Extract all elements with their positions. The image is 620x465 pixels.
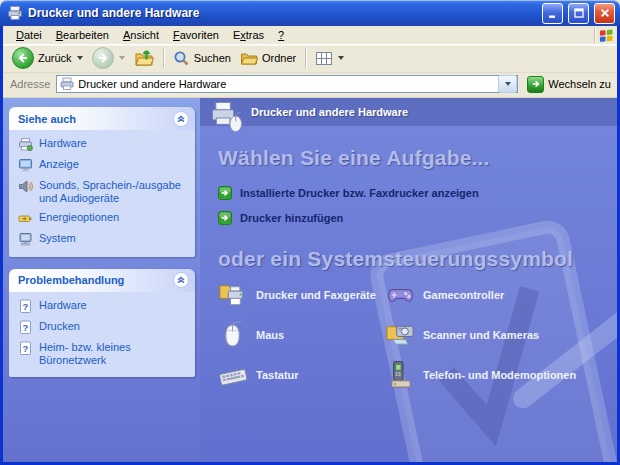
phone-modem-icon — [385, 359, 416, 390]
troubleshoot-item-label: Hardware — [39, 299, 87, 312]
see-also-header[interactable]: Siehe auch — [9, 107, 195, 130]
task-add-printer[interactable]: Drucker hinzufügen — [218, 211, 617, 225]
views-dropdown-caret[interactable] — [338, 56, 344, 60]
main-pane: Drucker und andere Hardware Wähl — [200, 98, 617, 462]
cpl-item-scanner-und-kameras[interactable]: Scanner und Kameras — [385, 319, 617, 350]
game-controller-icon — [385, 279, 416, 310]
back-dropdown-caret[interactable] — [77, 56, 83, 60]
cpl-item-label: Drucker und Faxgeräte — [256, 289, 376, 301]
cpl-item-label: Tastatur — [256, 369, 299, 381]
collapse-chevron-icon[interactable] — [173, 111, 189, 127]
printer-address-icon — [60, 77, 74, 91]
search-button[interactable]: Suchen — [170, 49, 234, 68]
menu-favoriten[interactable]: Favoriten — [166, 28, 226, 42]
speaker-icon — [18, 179, 33, 194]
cpl-item-label: Gamecontroller — [423, 289, 504, 301]
cpl-item-label: Telefon- und Modemoptionen — [423, 369, 576, 381]
mouse-icon — [218, 319, 249, 350]
address-value[interactable]: Drucker und andere Hardware — [78, 78, 494, 90]
folders-icon — [240, 50, 258, 66]
troubleshoot-title: Problembehandlung — [18, 274, 124, 286]
up-button[interactable] — [131, 47, 157, 69]
go-button[interactable]: Wechseln zu — [524, 76, 614, 93]
see-also-panel: Siehe auch Hardware — [9, 107, 195, 257]
sidebar-item-label: Energieoptionen — [39, 211, 119, 224]
address-bar: Adresse Drucker und andere Hardware Wech… — [3, 73, 617, 98]
sidebar-item-anzeige[interactable]: Anzeige — [18, 158, 189, 173]
back-icon — [12, 47, 34, 69]
category-title: Drucker und andere Hardware — [251, 106, 408, 118]
sidebar-item-sounds[interactable]: Sounds, Sprachein-/ausgabe und Audiogerä… — [18, 179, 189, 205]
toolbar-separator — [163, 48, 164, 68]
sidebar-item-energieoptionen[interactable]: Energieoptionen — [18, 211, 189, 226]
address-label: Adresse — [10, 78, 50, 90]
windows-logo-icon — [599, 28, 614, 43]
sidebar-item-label: Sounds, Sprachein-/ausgabe und Audiogerä… — [39, 179, 189, 205]
troubleshoot-item-drucken[interactable]: ? Drucken — [18, 320, 189, 335]
views-button[interactable] — [312, 50, 347, 67]
control-panel-grid: Drucker und Faxgeräte Gamecontroller — [218, 279, 617, 390]
back-button[interactable]: Zurück — [9, 46, 86, 70]
troubleshoot-item-hardware[interactable]: ? Hardware — [18, 299, 189, 314]
go-label: Wechseln zu — [548, 78, 611, 90]
troubleshoot-body: ? Hardware ? Drucken ? — [9, 292, 195, 377]
menu-datei[interactable]: Datei — [9, 28, 49, 42]
address-combo[interactable]: Drucker und andere Hardware — [56, 75, 518, 93]
help-icon: ? — [18, 341, 33, 356]
content-area: Siehe auch Hardware — [3, 98, 617, 462]
task-heading: Wählen Sie eine Aufgabe... — [218, 146, 617, 170]
display-icon — [18, 158, 33, 173]
system-icon — [18, 232, 33, 247]
cpl-item-tastatur[interactable]: Tastatur — [218, 359, 385, 390]
title-bar[interactable]: Drucker und andere Hardware — [0, 0, 620, 26]
troubleshoot-item-label: Drucken — [39, 320, 80, 333]
sidebar: Siehe auch Hardware — [3, 98, 200, 462]
troubleshoot-item-label: Heim- bzw. kleines Büronetzwerk — [39, 341, 189, 367]
folders-label: Ordner — [262, 52, 296, 64]
cpl-item-label: Scanner und Kameras — [423, 329, 539, 341]
menu-hilfe[interactable]: ? — [271, 28, 291, 42]
svg-text:?: ? — [23, 300, 29, 311]
sidebar-item-label: Anzeige — [39, 158, 79, 171]
toolbar-separator — [305, 48, 306, 68]
see-also-title: Siehe auch — [18, 113, 76, 125]
window-frame: Datei Bearbeiten Ansicht Favoriten Extra… — [0, 26, 620, 465]
svg-text:?: ? — [23, 342, 29, 353]
standard-toolbar: Zurück Suchen — [3, 45, 617, 73]
help-icon: ? — [18, 320, 33, 335]
menu-bearbeiten[interactable]: Bearbeiten — [49, 28, 116, 42]
or-heading: oder ein Systemsteuerungssymbol — [218, 247, 617, 271]
forward-icon — [92, 47, 114, 69]
address-dropdown-button[interactable] — [498, 75, 517, 93]
views-grid-icon — [315, 51, 333, 66]
troubleshoot-header[interactable]: Problembehandlung — [9, 269, 195, 292]
svg-text:?: ? — [23, 321, 29, 332]
cpl-item-gamecontroller[interactable]: Gamecontroller — [385, 279, 617, 310]
printer-window-icon — [7, 5, 23, 21]
window-title: Drucker und andere Hardware — [28, 6, 537, 20]
troubleshoot-item-netzwerk[interactable]: ? Heim- bzw. kleines Büronetzwerk — [18, 341, 189, 367]
forward-button[interactable] — [89, 46, 128, 70]
task-label: Installierte Drucker bzw. Faxdrucker anz… — [240, 187, 479, 199]
menu-extras[interactable]: Extras — [226, 28, 271, 42]
menu-ansicht[interactable]: Ansicht — [116, 28, 166, 42]
folder-up-icon — [134, 48, 154, 68]
keyboard-icon — [218, 359, 249, 390]
category-header: Drucker und andere Hardware — [200, 98, 617, 126]
green-arrow-icon — [218, 211, 232, 225]
minimize-button[interactable] — [542, 3, 563, 24]
folders-button[interactable]: Ordner — [237, 49, 299, 67]
sidebar-item-system[interactable]: System — [18, 232, 189, 247]
cpl-item-maus[interactable]: Maus — [218, 319, 385, 350]
forward-dropdown-caret — [119, 56, 125, 60]
sidebar-item-hardware[interactable]: Hardware — [18, 137, 189, 152]
maximize-button[interactable] — [568, 3, 589, 24]
cpl-item-telefon-und-modemoptionen[interactable]: Telefon- und Modemoptionen — [385, 359, 617, 390]
close-button[interactable] — [594, 3, 615, 24]
cpl-item-drucker-und-faxgeraete[interactable]: Drucker und Faxgeräte — [218, 279, 385, 310]
task-list: Installierte Drucker bzw. Faxdrucker anz… — [218, 186, 617, 225]
sidebar-item-label: System — [39, 232, 76, 245]
menu-bar: Datei Bearbeiten Ansicht Favoriten Extra… — [3, 26, 617, 45]
task-show-printers[interactable]: Installierte Drucker bzw. Faxdrucker anz… — [218, 186, 617, 200]
collapse-chevron-icon[interactable] — [173, 272, 189, 288]
